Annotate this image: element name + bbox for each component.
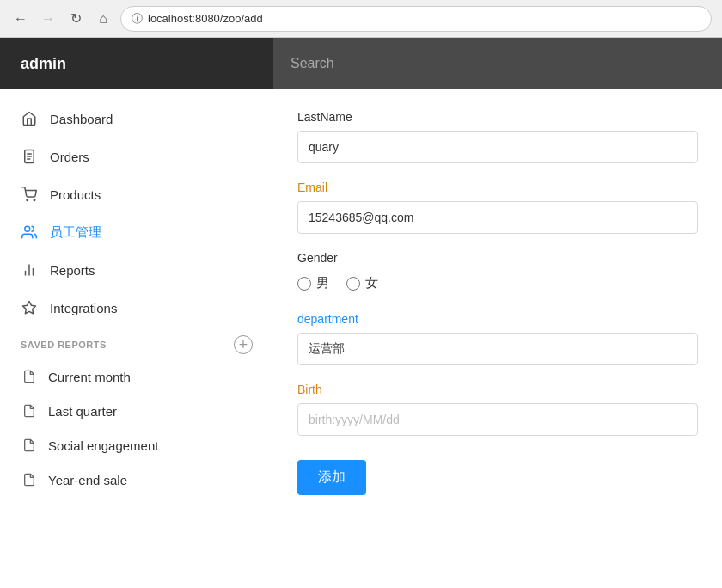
search-bar: [273, 38, 722, 89]
gender-options: 男 女: [297, 272, 698, 295]
gender-group: Gender 男 女: [297, 251, 698, 295]
home-icon: [21, 110, 38, 127]
sidebar-item-dashboard[interactable]: Dashboard: [0, 100, 273, 138]
orders-icon: [21, 148, 38, 165]
browser-chrome: ← → ↻ ⌂ ⓘ localhost:8080/zoo/add: [0, 0, 722, 38]
saved-report-social-engagement[interactable]: Social engagement: [0, 428, 273, 462]
products-icon: [21, 186, 38, 203]
gender-option-male[interactable]: 男: [297, 275, 329, 291]
report-doc-icon-3: [21, 437, 38, 454]
gender-radio-female[interactable]: [346, 277, 360, 291]
submit-button[interactable]: 添加: [297, 460, 366, 495]
report-doc-icon-4: [21, 471, 38, 488]
reload-button[interactable]: ↻: [65, 9, 86, 29]
birth-label: Birth: [297, 383, 698, 396]
report-doc-icon: [21, 368, 38, 385]
sidebar-item-orders[interactable]: Orders: [0, 138, 273, 175]
sidebar-brand: admin: [0, 38, 273, 89]
saved-reports-label: SAVED REPORTS: [21, 340, 107, 350]
report-doc-icon-2: [21, 402, 38, 420]
back-button[interactable]: ←: [10, 9, 31, 29]
saved-reports-section: SAVED REPORTS +: [0, 327, 273, 359]
lastname-group: LastName: [297, 110, 698, 163]
sidebar-item-reports[interactable]: Reports: [0, 251, 273, 289]
gender-option-female[interactable]: 女: [346, 275, 378, 291]
svg-point-4: [27, 199, 28, 201]
email-label: Email: [297, 181, 698, 194]
sidebar-nav: Dashboard Orders: [0, 89, 273, 588]
svg-point-6: [25, 226, 30, 231]
saved-report-year-end-sale[interactable]: Year-end sale: [0, 462, 273, 497]
sidebar-item-integrations[interactable]: Integrations: [0, 289, 273, 327]
address-bar[interactable]: ⓘ localhost:8080/zoo/add: [120, 6, 712, 32]
gender-label: Gender: [297, 251, 698, 265]
home-button[interactable]: ⌂: [93, 9, 113, 29]
add-saved-report-button[interactable]: +: [234, 335, 253, 354]
form-area: LastName Email Gender 男 女: [273, 89, 722, 588]
url-display: localhost:8080/zoo/add: [148, 12, 263, 25]
lastname-input[interactable]: [297, 131, 698, 163]
employee-icon: [21, 224, 38, 241]
department-input[interactable]: [297, 333, 698, 365]
lastname-label: LastName: [297, 110, 698, 124]
department-group: department: [297, 312, 698, 365]
sidebar-item-employee[interactable]: 员工管理: [0, 213, 273, 251]
gender-radio-male[interactable]: [297, 277, 311, 291]
main-content: LastName Email Gender 男 女: [273, 38, 722, 588]
svg-point-5: [34, 199, 35, 201]
sidebar: admin Dashboard: [0, 38, 273, 588]
saved-report-last-quarter[interactable]: Last quarter: [0, 394, 273, 428]
search-input[interactable]: [291, 56, 705, 71]
app-container: admin Dashboard: [0, 38, 722, 588]
svg-marker-10: [23, 302, 36, 314]
birth-group: Birth: [297, 383, 698, 436]
reports-icon: [21, 261, 38, 279]
department-label: department: [297, 312, 698, 326]
info-icon: ⓘ: [132, 11, 143, 27]
sidebar-item-products[interactable]: Products: [0, 175, 273, 213]
saved-report-current-month[interactable]: Current month: [0, 359, 273, 394]
birth-input[interactable]: [297, 403, 698, 436]
integrations-icon: [21, 299, 38, 316]
forward-button[interactable]: →: [38, 9, 58, 29]
email-group: Email: [297, 181, 698, 234]
email-input[interactable]: [297, 201, 698, 234]
